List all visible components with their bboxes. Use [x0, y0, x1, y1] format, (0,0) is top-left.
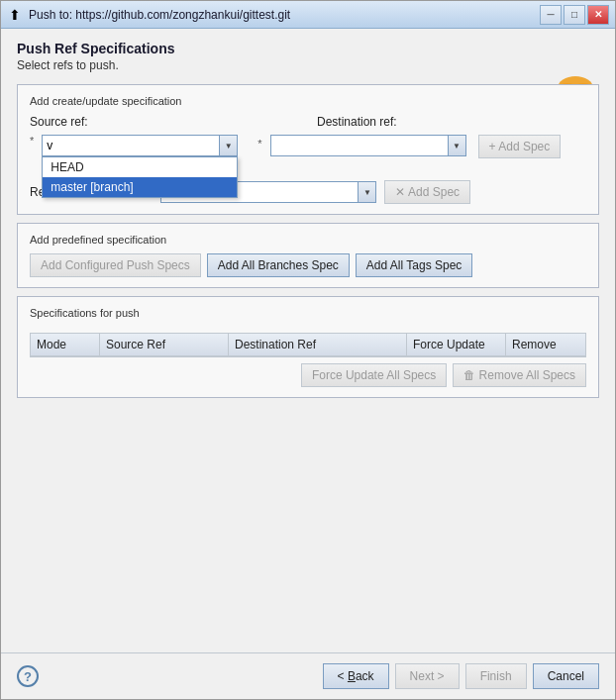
- source-dropdown-popup: HEAD master [branch]: [42, 156, 238, 198]
- page-subtitle: Select refs to push.: [17, 58, 599, 72]
- minimize-button[interactable]: ─: [540, 5, 562, 25]
- add-all-tags-spec-button[interactable]: Add All Tags Spec: [356, 253, 473, 277]
- dropdown-item-head[interactable]: HEAD: [43, 157, 237, 177]
- close-button[interactable]: ✕: [587, 5, 609, 25]
- predefined-buttons: Add Configured Push Specs Add All Branch…: [30, 253, 586, 277]
- remote-combo-dropdown-button[interactable]: ▼: [359, 181, 376, 203]
- source-combo-wrapper: ▼ HEAD master [branch]: [42, 135, 238, 156]
- help-button[interactable]: ?: [17, 665, 39, 687]
- source-combo-dropdown-button[interactable]: ▼: [220, 135, 238, 156]
- footer-buttons: < Back Next > Finish Cancel: [323, 663, 599, 689]
- specs-label: Specifications for push: [30, 307, 586, 319]
- col-force-update: Force Update: [407, 334, 506, 355]
- back-button[interactable]: < Back: [323, 663, 389, 689]
- remove-all-specs-button[interactable]: 🗑 Remove All Specs: [453, 363, 586, 387]
- col-remove: Remove: [506, 334, 585, 355]
- main-content: Push Ref Specifications Select refs to p…: [1, 29, 615, 652]
- cancel-button[interactable]: Cancel: [533, 663, 599, 689]
- page-title: Push Ref Specifications: [17, 41, 599, 56]
- add-configured-push-specs-button[interactable]: Add Configured Push Specs: [30, 253, 201, 277]
- dest-ref-input[interactable]: [270, 135, 449, 156]
- create-update-section: Add create/update specification Source r…: [17, 84, 599, 215]
- dialog-footer: ? < Back Next > Finish Cancel: [1, 652, 615, 699]
- window-title: Push to: https://github.com/zongzhankui/…: [29, 8, 540, 22]
- maximize-button[interactable]: □: [564, 5, 585, 25]
- specs-table: Mode Source Ref Destination Ref Force Up…: [30, 333, 586, 357]
- back-underline: B: [348, 669, 356, 683]
- dest-combo-wrapper: ▼: [270, 135, 466, 156]
- source-star: *: [30, 135, 34, 147]
- main-area: Add create/update specification Source r…: [17, 84, 599, 398]
- col-source-ref: Source Ref: [100, 334, 229, 355]
- add-spec2-button[interactable]: ✕ Add Spec: [384, 180, 470, 204]
- title-bar: ⬆ Push to: https://github.com/zongzhanku…: [1, 1, 615, 29]
- table-footer: Force Update All Specs 🗑 Remove All Spec…: [30, 363, 586, 387]
- predefined-section: Add predefined specification Add Configu…: [17, 223, 599, 288]
- finish-button[interactable]: Finish: [465, 663, 527, 689]
- col-mode: Mode: [31, 334, 100, 355]
- force-update-all-specs-button[interactable]: Force Update All Specs: [301, 363, 447, 387]
- create-update-label: Add create/update specification: [30, 95, 586, 107]
- next-button[interactable]: Next >: [395, 663, 460, 689]
- dest-ref-label: Destination ref:: [317, 115, 397, 129]
- source-ref-label: Source ref:: [30, 115, 99, 129]
- window-icon: ⬆: [7, 7, 23, 23]
- table-header: Mode Source Ref Destination Ref Force Up…: [31, 334, 585, 356]
- source-dest-inputs-row: * ▼ HEAD master [branch] *: [30, 135, 586, 158]
- dropdown-item-master[interactable]: master [branch]: [43, 177, 237, 197]
- add-spec-button[interactable]: + Add Spec: [478, 135, 562, 158]
- specs-section: Specifications for push Mode Source Ref …: [17, 296, 599, 398]
- main-window: ⬆ Push to: https://github.com/zongzhanku…: [0, 0, 616, 700]
- dest-combo-dropdown-button[interactable]: ▼: [449, 135, 466, 156]
- next-label: Next >: [410, 669, 445, 683]
- predefined-label: Add predefined specification: [30, 234, 586, 246]
- source-ref-input[interactable]: [42, 135, 220, 156]
- window-controls: ─ □ ✕: [540, 5, 609, 25]
- col-dest-ref: Destination Ref: [229, 334, 407, 355]
- dest-star: *: [257, 138, 261, 150]
- source-dest-row: Source ref: Destination ref:: [30, 115, 586, 129]
- add-all-branches-spec-button[interactable]: Add All Branches Spec: [207, 253, 350, 277]
